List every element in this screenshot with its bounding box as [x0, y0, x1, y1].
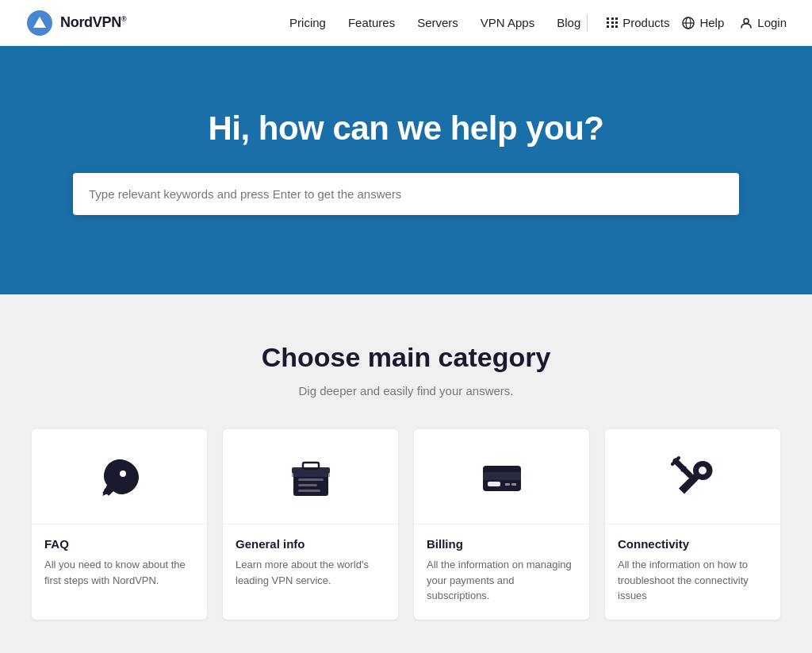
nav-help-button[interactable]: Help: [682, 16, 724, 29]
nav-vpn-apps[interactable]: VPN Apps: [481, 16, 534, 29]
svg-rect-14: [298, 490, 320, 492]
svg-rect-13: [298, 484, 317, 486]
faq-desc: All you need to know about the first ste…: [44, 557, 194, 588]
categories-grid: FAQ All you need to know about the first…: [32, 429, 780, 620]
billing-desc: All the information on managing your pay…: [427, 557, 576, 604]
nav-products-button[interactable]: Products: [607, 16, 669, 29]
wrench-icon: [668, 453, 718, 504]
svg-point-3: [744, 18, 749, 23]
general-info: General info Learn more about the world'…: [223, 524, 398, 604]
svg-rect-20: [511, 483, 516, 486]
nav-features[interactable]: Features: [348, 16, 395, 29]
user-icon: [740, 17, 753, 29]
hero-title: Hi, how can we help you?: [208, 109, 603, 148]
billing-icon-area: [414, 429, 589, 524]
billing-name: Billing: [427, 537, 576, 551]
faq-info: FAQ All you need to know about the first…: [32, 524, 207, 604]
navbar: NordVPN® Pricing Features Servers VPN Ap…: [0, 0, 812, 46]
general-desc: Learn more about the world's leading VPN…: [236, 557, 385, 588]
faq-icon-area: [32, 429, 207, 524]
svg-rect-12: [298, 478, 324, 481]
briefcase-icon: [285, 453, 336, 504]
general-name: General info: [236, 537, 385, 551]
credit-card-icon: [477, 453, 527, 504]
nav-links: Pricing Features Servers VPN Apps Blog: [289, 16, 580, 30]
svg-rect-17: [483, 472, 521, 480]
category-card-connectivity[interactable]: Connectivity All the information on how …: [605, 429, 780, 620]
logo[interactable]: NordVPN®: [25, 9, 126, 37]
svg-point-6: [120, 471, 126, 477]
hero-section: Hi, how can we help you?: [0, 46, 812, 294]
svg-rect-11: [292, 474, 330, 477]
connectivity-desc: All the information on how to troublesho…: [618, 557, 768, 604]
connectivity-info: Connectivity All the information on how …: [605, 524, 780, 620]
categories-title: Choose main category: [32, 342, 780, 373]
products-label: Products: [622, 16, 669, 29]
nav-blog[interactable]: Blog: [557, 16, 580, 29]
globe-icon: [682, 17, 695, 29]
categories-section: Choose main category Dig deeper and easi…: [0, 294, 812, 651]
category-card-faq[interactable]: FAQ All you need to know about the first…: [32, 429, 207, 620]
logo-text: NordVPN®: [60, 14, 126, 31]
connectivity-icon-area: [605, 429, 780, 524]
nav-login-button[interactable]: Login: [740, 16, 787, 29]
faq-name: FAQ: [44, 537, 194, 551]
search-input[interactable]: [73, 173, 739, 215]
help-label: Help: [699, 16, 724, 29]
rocket-icon: [94, 453, 145, 504]
svg-rect-10: [303, 463, 319, 469]
general-icon-area: [223, 429, 398, 524]
nordvpn-logo-icon: [25, 9, 54, 37]
nav-divider: [587, 14, 588, 32]
category-card-billing[interactable]: Billing All the information on managing …: [414, 429, 589, 620]
categories-subtitle: Dig deeper and easily find your answers.: [32, 384, 780, 398]
connectivity-name: Connectivity: [618, 537, 768, 551]
grid-icon: [607, 17, 618, 29]
category-card-general[interactable]: General info Learn more about the world'…: [223, 429, 398, 620]
nav-pricing[interactable]: Pricing: [289, 16, 326, 29]
billing-info-text: Billing All the information on managing …: [414, 524, 589, 620]
login-label: Login: [757, 16, 787, 29]
svg-point-21: [699, 467, 707, 474]
svg-rect-19: [505, 483, 510, 486]
nav-servers[interactable]: Servers: [417, 16, 458, 29]
svg-rect-18: [488, 482, 500, 486]
